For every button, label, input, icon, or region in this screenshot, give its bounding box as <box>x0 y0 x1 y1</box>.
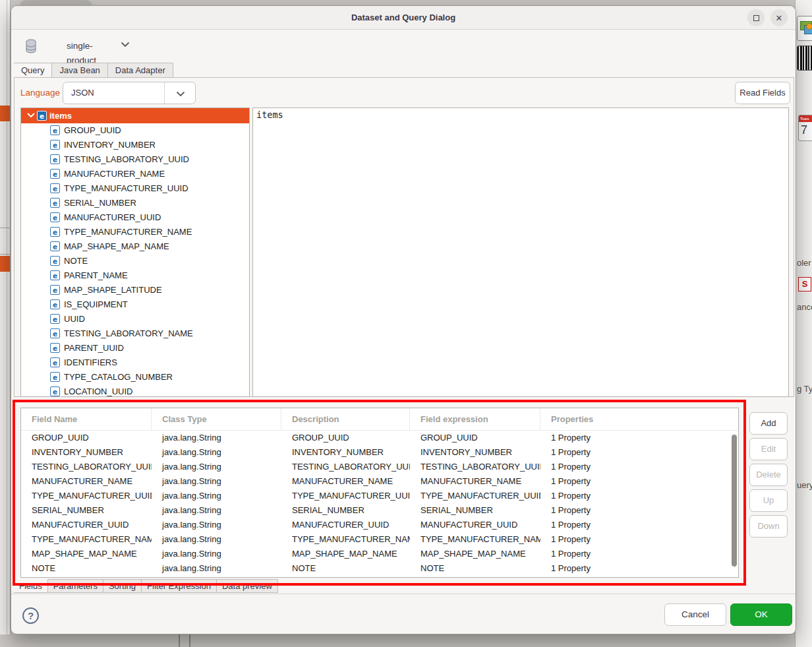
barcode-palette-icon[interactable] <box>797 46 812 71</box>
maximize-button[interactable] <box>747 9 765 26</box>
cell-field-name: SERIAL_NUMBER <box>21 503 152 518</box>
element-icon: e <box>50 241 60 251</box>
cell-class-type: java.lang.String <box>152 503 281 518</box>
query-text-editor[interactable]: items <box>252 108 789 397</box>
table-row[interactable]: MANUFACTURER_NAME java.lang.String MANUF… <box>21 474 738 489</box>
tree-item[interactable]: e TYPE_MANUFACTURER_NAME <box>21 225 249 239</box>
cancel-button[interactable]: Cancel <box>664 603 726 626</box>
column-header[interactable]: Field Name <box>21 408 152 431</box>
element-icon: e <box>50 386 60 396</box>
tree-item[interactable]: e MAP_SHAPE_LATITUDE <box>21 283 249 297</box>
close-button[interactable]: ✕ <box>770 9 788 26</box>
tree-root-items[interactable]: e items <box>21 108 249 123</box>
cell-field-name: TYPE_MANUFACTURER_NAME <box>21 532 152 547</box>
database-icon <box>24 39 38 55</box>
dataset-bottom-tab[interactable]: Data preview <box>217 579 278 593</box>
tree-item-label: TYPE_CATALOG_NUMBER <box>64 370 173 385</box>
dataset-bottom-tab[interactable]: Sorting <box>103 579 142 593</box>
read-fields-button[interactable]: Read Fields <box>735 82 790 104</box>
cell-description: TESTING_LABORATORY_UUID <box>281 460 410 474</box>
language-select[interactable]: JSON <box>63 82 196 104</box>
dialog-tab[interactable]: Java Bean <box>52 63 107 78</box>
dataset-bottom-tab[interactable]: Parameters <box>48 579 103 593</box>
field-action-button[interactable]: Edit <box>749 438 788 460</box>
column-header[interactable]: Class Type <box>152 408 281 431</box>
table-row[interactable]: INVENTORY_NUMBER java.lang.String INVENT… <box>21 445 738 460</box>
cell-properties: 1 Property <box>540 474 738 489</box>
chevron-down-icon[interactable] <box>27 113 35 118</box>
help-button[interactable]: ? <box>22 607 39 624</box>
field-action-button[interactable]: Add <box>749 412 788 435</box>
dialog-tab[interactable]: Query <box>14 63 52 78</box>
window-controls: ✕ <box>747 9 788 26</box>
tree-item[interactable]: e PARENT_NAME <box>21 268 249 283</box>
tree-item[interactable]: e TYPE_MANUFACTURER_UUID <box>21 181 249 196</box>
chevron-down-icon[interactable] <box>121 42 130 47</box>
divider <box>0 254 10 255</box>
json-structure-tree[interactable]: e items e GROUP_UUID e INVENTORY_NUMBER <box>20 108 250 397</box>
ok-button[interactable]: OK <box>730 603 792 626</box>
column-header[interactable]: Properties <box>540 408 738 431</box>
table-row[interactable]: SERIAL_NUMBER java.lang.String SERIAL_NU… <box>21 503 738 518</box>
dialog-tab[interactable]: Data Adapter <box>108 63 173 78</box>
dialog-titlebar[interactable]: Dataset and Query Dialog ✕ <box>11 6 796 30</box>
cell-field-expression: MAP_SHAPE_MAP_NAME <box>410 547 540 561</box>
dataset-bottom-tab[interactable]: Filter Expression <box>142 579 217 593</box>
field-action-button[interactable]: Down <box>749 515 788 538</box>
table-row[interactable]: TYPE_MANUFACTURER_NAME java.lang.String … <box>21 532 738 547</box>
tree-item[interactable]: e TYPE_CATALOG_NUMBER <box>21 370 249 385</box>
image-palette-icon[interactable] <box>797 16 812 41</box>
tree-item[interactable]: e MANUFACTURER_NAME <box>21 167 249 181</box>
language-value: JSON <box>71 82 94 104</box>
tree-item[interactable]: e TESTING_LABORATORY_UUID <box>21 152 249 167</box>
dialog-title: Dataset and Query Dialog <box>11 6 796 30</box>
cell-field-name: GROUP_UUID <box>21 431 152 445</box>
tree-item[interactable]: e MANUFACTURER_UUID <box>21 210 249 225</box>
cell-field-expression: MANUFACTURER_NAME <box>410 474 540 489</box>
tree-item[interactable]: e GROUP_UUID <box>21 123 249 138</box>
divider <box>11 594 796 594</box>
cell-class-type: java.lang.String <box>152 445 281 460</box>
tree-item-label: PARENT_NAME <box>64 268 128 283</box>
field-action-button[interactable]: Delete <box>749 464 788 486</box>
tree-item[interactable]: e NOTE <box>21 254 249 268</box>
table-row[interactable]: GROUP_UUID java.lang.String GROUP_UUID G… <box>21 431 738 445</box>
table-row[interactable]: MAP_SHAPE_MAP_NAME java.lang.String MAP_… <box>21 547 738 561</box>
tree-item[interactable]: e PARENT_UUID <box>21 341 249 355</box>
column-header[interactable]: Description <box>281 408 410 431</box>
cell-properties: 1 Property <box>540 445 738 460</box>
table-row[interactable]: TESTING_LABORATORY_UUID java.lang.String… <box>21 460 738 474</box>
tree-item[interactable]: e TESTING_LABORATORY_NAME <box>21 326 249 341</box>
field-action-button[interactable]: Up <box>749 489 788 512</box>
tree-item[interactable]: e UUID <box>21 312 249 326</box>
tree-root-label: items <box>49 108 72 123</box>
tree-item[interactable]: e IDENTIFIERS <box>21 355 249 370</box>
background-text-fragment: oler <box>797 258 811 268</box>
tree-item[interactable]: e INVENTORY_NUMBER <box>21 138 249 152</box>
cell-description: MANUFACTURER_UUID <box>281 518 410 532</box>
table-row[interactable]: TYPE_MANUFACTURER_UUID java.lang.String … <box>21 489 738 503</box>
tree-item[interactable]: e LOCATION_UUID <box>21 385 249 397</box>
tree-item[interactable]: e MAP_SHAPE_MAP_NAME <box>21 239 249 254</box>
element-icon: e <box>50 154 60 164</box>
tree-item[interactable]: e IS_EQUIPMENT <box>21 297 249 312</box>
vertical-scrollbar[interactable] <box>732 435 737 567</box>
cell-class-type: java.lang.String <box>152 561 281 576</box>
calendar-icon[interactable]: Tues 7 <box>798 115 812 141</box>
cell-description: MANUFACTURER_NAME <box>281 474 410 489</box>
calendar-day: 7 <box>799 122 812 138</box>
tree-item-label: MANUFACTURER_UUID <box>64 210 161 225</box>
element-icon: e <box>50 372 60 382</box>
table-row[interactable]: NOTE java.lang.String NOTE NOTE 1 Proper… <box>21 561 738 576</box>
cell-description: MAP_SHAPE_MAP_NAME <box>281 547 410 561</box>
tree-item[interactable]: e SERIAL_NUMBER <box>21 196 249 210</box>
table-row[interactable]: MANUFACTURER_UUID java.lang.String MANUF… <box>21 518 738 532</box>
dataset-bottom-tab[interactable]: Fields <box>14 579 48 593</box>
screen: Tues 7 oler S ance g Ty uery Dataset and… <box>0 0 812 647</box>
column-header[interactable]: Field expression <box>410 408 540 431</box>
cell-field-name: MAP_SHAPE_MAP_NAME <box>21 547 152 561</box>
fields-table[interactable]: Field Name Class Type Description Field … <box>20 408 739 578</box>
cell-field-expression: SERIAL_NUMBER <box>410 503 540 518</box>
tree-item-label: LOCATION_UUID <box>64 385 133 397</box>
tree-item-label: NOTE <box>64 254 88 268</box>
